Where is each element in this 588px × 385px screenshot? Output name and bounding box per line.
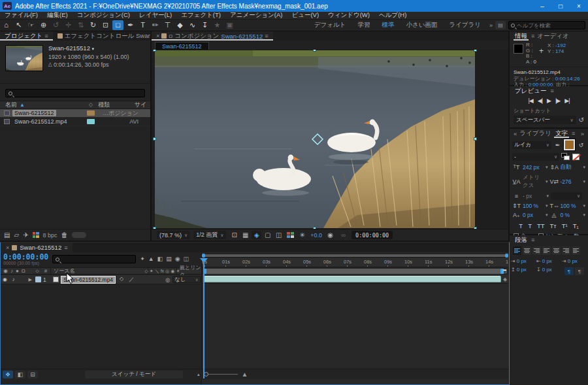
layer-label-swatch[interactable] [35, 276, 41, 282]
star-tool-icon[interactable]: ★ [212, 20, 223, 30]
zoom-tool-icon[interactable]: ⊕ [38, 20, 49, 30]
zoom-slider[interactable] [204, 374, 238, 375]
justify-last-left-button[interactable] [542, 246, 551, 255]
viewer-timecode[interactable]: 0:00:00:00 [351, 231, 393, 239]
direction-ltr-button[interactable]: ¶ [564, 267, 574, 275]
no-stroke-icon[interactable] [572, 154, 580, 160]
magnification-dropdown[interactable]: (78.7 %)∨ [157, 231, 190, 239]
workspace-tab[interactable]: デフォルト [308, 21, 352, 29]
region-of-interest-icon[interactable]: ⊡ [229, 231, 239, 239]
guides-options-icon[interactable]: ▢ [263, 231, 272, 239]
bit-depth[interactable]: 8 bpc [43, 232, 57, 239]
column-size[interactable]: サイ [135, 101, 150, 109]
tsume-value[interactable]: - px [523, 193, 532, 199]
timeline-tab[interactable]: × Swan-6215512 ≡ [1, 243, 73, 252]
show-snapshot-icon[interactable]: ∞ [338, 231, 348, 239]
transparency-grid-icon[interactable]: ▦ [240, 231, 250, 239]
project-item-row[interactable]: Swan-6215512.mp4 AVI [0, 118, 150, 126]
tab-character[interactable]: 文字 [554, 129, 569, 138]
timeline-search-box[interactable] [52, 255, 136, 263]
stroke-fill-swatches[interactable] [561, 153, 570, 161]
snapshot-camera-icon[interactable]: ◉ [325, 231, 335, 239]
tab-info[interactable]: 情報 [514, 31, 529, 41]
space-after-field[interactable]: ↧0 px [536, 267, 562, 273]
mini-flowchart-icon[interactable]: ✦ [140, 256, 145, 262]
menu-item[interactable]: エフェクト(T) [176, 11, 225, 20]
font-family-dropdown[interactable]: ルイカ∨ [512, 141, 551, 149]
close-tab-icon[interactable]: × [6, 244, 9, 251]
selection-handle[interactable] [313, 50, 316, 52]
panel-menu-icon[interactable]: ≡ [550, 88, 553, 94]
panel-menu-icon[interactable]: ≡ [531, 33, 534, 39]
help-search-input[interactable] [517, 22, 582, 29]
roto-brush-tool-icon[interactable]: ∿ [187, 20, 198, 30]
quality-switch-icon[interactable]: ＼ [155, 268, 159, 275]
close-icon[interactable]: × [570, 0, 588, 12]
justify-last-right-button[interactable] [562, 246, 570, 255]
composition-image[interactable] [155, 50, 475, 228]
indent-left-field[interactable]: ⇥0 px [511, 258, 536, 264]
toggle-switches-pane-icon[interactable]: ❖ [3, 371, 13, 378]
collapse-tabs-icon[interactable]: « [514, 130, 517, 137]
snapping-toggle-icon[interactable]: ▣ [224, 20, 235, 30]
toggle-inout-pane-icon[interactable]: ⊟ [27, 371, 38, 378]
type-tool-icon[interactable]: T [137, 20, 148, 30]
channel-icon[interactable] [287, 232, 294, 238]
tab-effect-controls[interactable]: エフェクトコントロール Swan-62 [53, 31, 150, 41]
new-folder-icon[interactable]: ▱ [14, 231, 19, 239]
column-name[interactable]: 名前▲ [0, 101, 84, 109]
zoom-out-icon[interactable]: ▴ [197, 372, 200, 377]
workspace-tab[interactable]: 学習 [351, 21, 376, 29]
motion-blur-icon[interactable]: ◉ [175, 256, 180, 262]
composition-stage[interactable] [152, 50, 508, 229]
pick-whip-icon[interactable]: ◎ [165, 276, 170, 283]
selection-handle[interactable] [474, 227, 477, 229]
selection-handle[interactable] [153, 50, 156, 52]
layer-shy-switch[interactable]: ◇ [120, 276, 123, 283]
layer-expand-icon[interactable]: ▶ [18, 277, 33, 282]
playhead-line[interactable] [203, 258, 204, 378]
audio-column-icon[interactable]: ♪ [10, 268, 13, 274]
zoom-in-icon[interactable]: ▲ [242, 371, 248, 378]
panel-menu-icon[interactable]: ≡ [265, 33, 268, 39]
swap-colors-icon[interactable]: ↺ [577, 142, 585, 148]
workspace-bar-icon[interactable]: ▤ [495, 21, 506, 29]
horizontal-scale-value[interactable]: 100 % [561, 203, 576, 209]
prev-frame-button[interactable]: ◀| [538, 97, 542, 104]
direction-rtl-button[interactable]: ¶ [575, 267, 584, 275]
menu-item[interactable]: ウィンドウ(W) [323, 11, 374, 20]
pen-tool-icon[interactable]: ✒ [125, 20, 136, 30]
align-right-button[interactable] [532, 246, 541, 255]
font-style-dropdown[interactable]: -∨ [512, 153, 559, 161]
interpret-footage-icon[interactable]: ▤ [4, 231, 10, 239]
menu-item[interactable]: ヘルプ(H) [374, 11, 411, 20]
label-color-swatch[interactable] [87, 110, 95, 116]
layer-row[interactable]: ◉ ♪ ▶ 1 Swan-6215512.mp4 ◇ ／ ◎ なし∨ [1, 275, 201, 284]
column-tag-icon[interactable]: ⬦ [84, 101, 98, 109]
hand-tool-icon[interactable]: ☞ [25, 20, 37, 30]
anti-alias-dropdown[interactable]: ∨ [551, 192, 582, 200]
faux-style-button[interactable]: T [519, 222, 523, 229]
exposure-gear-icon[interactable]: ✳ [297, 231, 307, 239]
selection-handle[interactable] [153, 137, 156, 141]
brush-tool-icon[interactable]: ✏ [150, 20, 161, 30]
lock-column-icon[interactable]: Ω [22, 268, 25, 274]
menu-item[interactable]: ファイル(F) [0, 11, 42, 20]
maximize-icon[interactable]: □ [551, 0, 570, 12]
help-search-box[interactable] [508, 21, 585, 29]
project-flowchart-icon[interactable]: ✈ [23, 231, 28, 239]
faux-style-button[interactable]: T₁ [573, 222, 579, 229]
selection-handle[interactable] [153, 227, 156, 229]
faux-style-button[interactable]: T [528, 222, 532, 229]
baseline-shift-value[interactable]: 0 px [523, 212, 533, 218]
workspace-tab[interactable]: 小さい画面 [400, 21, 443, 29]
kerning-value[interactable]: メトリクス [523, 174, 544, 190]
project-search-box[interactable] [5, 89, 145, 97]
indent-right-field[interactable]: ⇥0 px [562, 258, 585, 264]
dolly-camera-tool-icon[interactable]: ⇅ [75, 20, 86, 30]
label-column-icon[interactable]: ⬦ [33, 268, 41, 275]
layer-audio-icon[interactable]: ♪ [9, 276, 18, 282]
video-column-icon[interactable]: ◉ [3, 268, 8, 274]
lock-viewer-icon[interactable]: Ω [169, 33, 172, 39]
scroll-thumb[interactable] [72, 232, 86, 238]
